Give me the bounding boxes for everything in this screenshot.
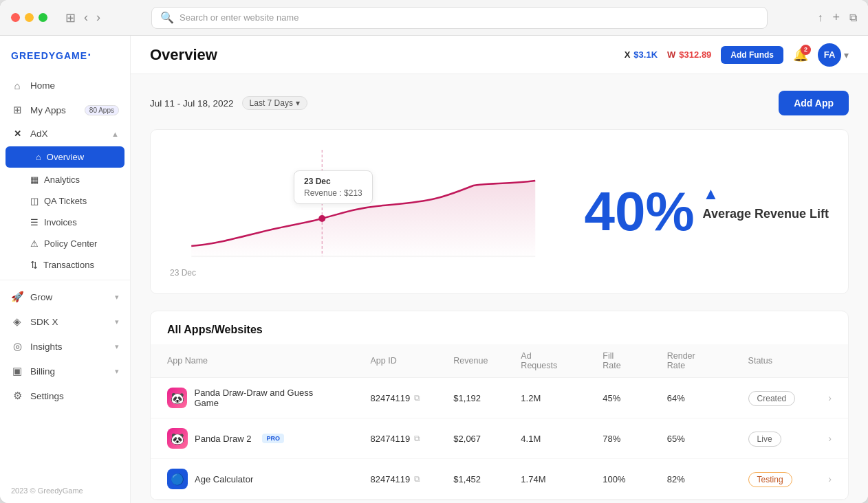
sidebar-item-analytics[interactable]: ▦ Analytics bbox=[0, 169, 130, 190]
insights-chevron-icon: ▾ bbox=[115, 342, 119, 351]
chart-x-label: 23 Dec bbox=[170, 268, 556, 278]
logo: GREEDYGAME· bbox=[0, 36, 130, 71]
app-id-text-1: 82474119 bbox=[370, 434, 410, 444]
sidebar-item-sdk-x[interactable]: ◈ SDK X ▾ bbox=[0, 309, 130, 334]
col-status: Status bbox=[732, 344, 812, 378]
date-preset-label: Last 7 Days bbox=[250, 98, 293, 108]
add-funds-button[interactable]: Add Funds bbox=[721, 46, 783, 64]
sidebar-item-policy-center[interactable]: ⚠ Policy Center bbox=[0, 233, 130, 254]
sidebar-item-overview[interactable]: ⌂ Overview bbox=[6, 146, 124, 168]
add-app-button[interactable]: Add App bbox=[779, 91, 849, 115]
status-badge-2: Testing bbox=[748, 472, 792, 487]
cell-ad-requests-1: 4.1M bbox=[504, 418, 586, 459]
cell-revenue-1: $2,067 bbox=[437, 418, 504, 459]
sidebar-item-settings[interactable]: ⚙ Settings bbox=[0, 383, 130, 408]
row-detail-arrow-1[interactable]: › bbox=[828, 433, 832, 444]
app-id-text-0: 82474119 bbox=[370, 393, 410, 403]
sdk-chevron-icon: ▾ bbox=[115, 317, 119, 326]
apps-table-card: All Apps/Websites App Name App ID Revenu… bbox=[150, 311, 849, 500]
grow-icon: 🚀 bbox=[11, 291, 23, 303]
cell-fill-rate-0: 45% bbox=[586, 378, 650, 418]
sidebar-toggle-icon[interactable]: ⊞ bbox=[64, 9, 77, 27]
sidebar-item-label-qa: QA Tickets bbox=[44, 196, 87, 206]
cell-app-id-0: 82474119 ⧉ bbox=[354, 378, 437, 418]
sidebar-item-qa-tickets[interactable]: ◫ QA Tickets bbox=[0, 190, 130, 212]
footer-text: 2023 © GreedyGame bbox=[11, 487, 83, 495]
sidebar-item-label-insights: Insights bbox=[30, 342, 108, 352]
revenue-lift-panel: 40% ▲ Average Revenue Lift bbox=[584, 184, 829, 239]
cell-status-2: Testing bbox=[732, 459, 812, 500]
stat-x-value: $3.1K bbox=[633, 49, 658, 60]
cell-action-1: › bbox=[812, 418, 848, 459]
app-name-text-0: Panda Draw-Draw and Guess Game bbox=[194, 388, 337, 408]
cell-ad-requests-2: 1.74M bbox=[504, 459, 586, 500]
col-app-id: App ID bbox=[354, 344, 437, 378]
user-avatar-row: FA ▾ bbox=[818, 43, 849, 67]
main-layout: GREEDYGAME· ⌂ Home ⊞ My Apps 80 Apps ✕ A… bbox=[0, 36, 868, 503]
cell-render-rate-2: 82% bbox=[651, 459, 732, 500]
grow-chevron-icon: ▾ bbox=[115, 293, 119, 302]
copy-icon-1[interactable]: ⧉ bbox=[414, 434, 420, 443]
tooltip-revenue: Revenue : $213 bbox=[304, 188, 362, 198]
address-bar[interactable]: 🔍 Search or enter website name bbox=[151, 7, 768, 29]
sidebar-item-myapps[interactable]: ⊞ My Apps 80 Apps bbox=[0, 98, 130, 122]
avatar-chevron-icon[interactable]: ▾ bbox=[844, 49, 849, 60]
sidebar-item-billing[interactable]: ▣ Billing ▾ bbox=[0, 359, 130, 383]
copy-icon-0[interactable]: ⧉ bbox=[414, 393, 420, 403]
sidebar-footer: 2023 © GreedyGame bbox=[0, 478, 130, 503]
notification-button[interactable]: 🔔 2 bbox=[793, 47, 808, 63]
cell-render-rate-0: 64% bbox=[651, 378, 732, 418]
sidebar-item-grow[interactable]: 🚀 Grow ▾ bbox=[0, 284, 130, 309]
sidebar-item-insights[interactable]: ◎ Insights ▾ bbox=[0, 334, 130, 359]
tab-manager-icon[interactable]: ⧉ bbox=[849, 12, 857, 24]
status-badge-0: Created bbox=[748, 391, 796, 406]
sidebar-item-label-policy: Policy Center bbox=[44, 238, 97, 249]
sdk-icon: ◈ bbox=[11, 315, 23, 328]
cell-render-rate-1: 65% bbox=[651, 418, 732, 459]
table-body: 🐼 Panda Draw-Draw and Guess Game 8247411… bbox=[151, 378, 848, 500]
share-icon[interactable]: ↑ bbox=[817, 12, 823, 24]
forward-icon[interactable]: › bbox=[95, 9, 102, 27]
sidebar-item-invoices[interactable]: ☰ Invoices bbox=[0, 212, 130, 233]
chart-card: 23 Dec Revenue : $213 23 Dec 40% ▲ Avera… bbox=[150, 129, 849, 294]
sidebar-item-label-grow: Grow bbox=[30, 292, 108, 302]
table-title: All Apps/Websites bbox=[151, 311, 848, 344]
back-icon[interactable]: ‹ bbox=[83, 9, 89, 27]
stat-w: W $312.89 bbox=[667, 49, 711, 60]
sidebar-item-label-billing: Billing bbox=[30, 366, 108, 377]
apps-icon: ⊞ bbox=[11, 104, 23, 116]
copy-icon-2[interactable]: ⧉ bbox=[414, 474, 420, 484]
close-button[interactable] bbox=[11, 13, 20, 22]
maximize-button[interactable] bbox=[39, 13, 47, 22]
nav-divider-1 bbox=[0, 280, 130, 280]
sidebar-item-label-myapps: My Apps bbox=[30, 105, 78, 115]
titlebar-icons: ⊞ ‹ › bbox=[64, 9, 102, 27]
app-name-text-2: Age Calculator bbox=[195, 474, 253, 484]
col-revenue: Revenue bbox=[437, 344, 504, 378]
cell-status-1: Live bbox=[732, 418, 812, 459]
stat-x-label: X bbox=[625, 49, 631, 60]
sidebar-item-adx[interactable]: ✕ AdX ▲ bbox=[0, 122, 130, 145]
chart-tooltip: 23 Dec Revenue : $213 bbox=[294, 170, 373, 204]
date-chevron-icon: ▾ bbox=[296, 98, 300, 108]
status-badge-1: Live bbox=[748, 432, 781, 447]
sidebar-item-home[interactable]: ⌂ Home bbox=[0, 74, 130, 98]
col-fill-rate: Fill Rate bbox=[586, 344, 650, 378]
sidebar-item-label-sdk: SDK X bbox=[30, 317, 108, 327]
new-tab-icon[interactable]: + bbox=[832, 10, 840, 25]
cell-revenue-0: $1,192 bbox=[437, 378, 504, 418]
date-preset-selector[interactable]: Last 7 Days ▾ bbox=[242, 96, 307, 110]
row-detail-arrow-2[interactable]: › bbox=[828, 473, 832, 484]
sidebar-item-transactions[interactable]: ⇅ Transactions bbox=[0, 254, 130, 276]
user-avatar[interactable]: FA bbox=[818, 43, 841, 67]
col-action bbox=[812, 344, 848, 378]
transactions-icon: ⇅ bbox=[30, 260, 38, 270]
page-body: Jul 11 - Jul 18, 2022 Last 7 Days ▾ Add … bbox=[131, 74, 868, 503]
lift-info: ▲ Average Revenue Lift bbox=[703, 184, 829, 222]
cell-app-id-2: 82474119 ⧉ bbox=[354, 459, 437, 500]
col-ad-requests: Ad Requests bbox=[504, 344, 586, 378]
app-name-text-1: Panda Draw 2 bbox=[195, 434, 251, 444]
policy-icon: ⚠ bbox=[30, 238, 39, 249]
minimize-button[interactable] bbox=[25, 13, 34, 22]
row-detail-arrow-0[interactable]: › bbox=[828, 392, 832, 403]
